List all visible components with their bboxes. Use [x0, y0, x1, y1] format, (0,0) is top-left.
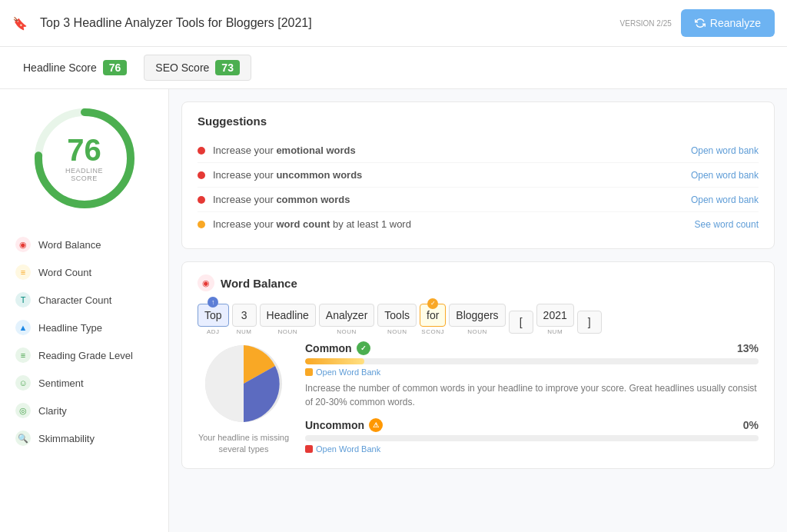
bookmark-icon: 🔖 — [12, 16, 28, 31]
token-type-2021: NUM — [547, 328, 563, 335]
uncommon-warning-icon: ⚠ — [369, 418, 383, 432]
sidebar-item-label: Headline Type — [38, 322, 102, 334]
sidebar-item-label: Clarity — [38, 405, 67, 417]
pie-svg — [201, 341, 286, 426]
suggestion-text-2: Increase your uncommon words — [213, 169, 362, 181]
sidebar-item-headline-type[interactable]: ▲ Headline Type — [8, 314, 161, 341]
token-type-for: SCONJ — [421, 328, 444, 335]
word-count-icon: ≡ — [15, 264, 31, 280]
sidebar-item-skimmability[interactable]: 🔍 Skimmability — [8, 424, 161, 452]
sidebar-item-label: Sentiment — [38, 377, 84, 389]
sentiment-icon: ☺ — [15, 375, 31, 391]
suggestion-dot-red — [198, 196, 205, 204]
headline-type-icon: ▲ — [15, 320, 31, 335]
word-balance-icon: ◉ — [15, 237, 31, 252]
tab-headline-score[interactable]: Headline Score 76 — [12, 55, 138, 80]
token-type-tools: NOUN — [387, 328, 407, 335]
headline-score-badge: 76 — [103, 60, 128, 75]
sidebar-item-word-count[interactable]: ≡ Word Count — [8, 258, 161, 286]
token-word-tools: Tools — [377, 304, 417, 327]
common-bar-bg — [305, 358, 759, 364]
common-link-square-icon — [305, 368, 313, 376]
stat-common: Common ✓ 13% Open Word Bank — [305, 341, 759, 409]
stat-uncommon: Uncommon ⚠ 0% Open Word Bank — [305, 418, 759, 454]
header-left: 🔖 Top 3 Headline Analyzer Tools for Blog… — [12, 16, 620, 31]
token-word-bracket-close: ] — [577, 311, 602, 334]
headline-text: Top 3 Headline Analyzer Tools for Blogge… — [40, 16, 620, 30]
score-number: 76 — [65, 135, 103, 165]
seo-score-badge: 73 — [215, 60, 240, 75]
skimmability-icon: 🔍 — [15, 431, 31, 446]
pie-note: Your headline is missing several types — [198, 432, 290, 456]
sidebar-item-label: Word Count — [38, 267, 91, 278]
suggestion-item-2: Increase your uncommon words Open word b… — [198, 163, 759, 188]
sidebar-item-label: Word Balance — [38, 239, 101, 251]
token-word-2021: 2021 — [536, 304, 574, 327]
token-3: 3 NUM — [232, 304, 257, 335]
token-word-bracket-open: [ — [509, 311, 533, 334]
token-tools: Tools NOUN — [377, 304, 417, 335]
token-type-bloggers: NOUN — [467, 328, 487, 335]
token-word-3: 3 — [232, 304, 257, 327]
suggestion-dot-red — [198, 171, 205, 179]
tabs-bar: Headline Score 76 SEO Score 73 — [0, 47, 787, 89]
token-2021: 2021 NUM — [536, 304, 574, 335]
uncommon-link-square-icon — [305, 445, 313, 453]
token-bracket-open: [ — [509, 311, 533, 335]
reanalyze-icon — [695, 18, 706, 28]
word-balance-card: ◉ Word Balance Top ADJ 3 NUM Headline — [181, 261, 775, 469]
token-word-bloggers: Bloggers — [449, 304, 505, 327]
common-link-label: Open Word Bank — [316, 367, 380, 377]
sidebar-item-label: Reading Grade Level — [38, 350, 133, 361]
tab-headline-label: Headline Score — [23, 62, 97, 74]
uncommon-pct: 0% — [743, 419, 759, 431]
headline-score-circle: 76 HEADLINESCORE — [31, 105, 138, 212]
token-bloggers: Bloggers NOUN — [449, 304, 505, 335]
word-balance-card-icon: ◉ — [198, 274, 214, 291]
header: 🔖 Top 3 Headline Analyzer Tools for Blog… — [0, 0, 787, 47]
sidebar-item-clarity[interactable]: ◎ Clarity — [8, 397, 161, 424]
common-pct: 13% — [737, 342, 759, 354]
sidebar: 76 HEADLINESCORE ◉ Word Balance ≡ Word C… — [0, 89, 169, 532]
reading-grade-icon: ≡ — [15, 347, 31, 363]
sidebar-item-word-balance[interactable]: ◉ Word Balance — [8, 231, 161, 258]
pie-chart — [201, 341, 286, 426]
wb-stats: Common ✓ 13% Open Word Bank — [305, 341, 759, 456]
uncommon-link-label: Open Word Bank — [316, 444, 380, 454]
suggestions-title: Suggestions — [198, 115, 759, 128]
suggestion-text-4: Increase your word count by at least 1 w… — [213, 218, 411, 230]
uncommon-open-word-bank-link[interactable]: Open Word Bank — [305, 444, 759, 454]
token-headline: Headline NOUN — [260, 304, 316, 335]
token-word-analyzer: Analyzer — [319, 304, 374, 327]
tokens-row: Top ADJ 3 NUM Headline NOUN Analyzer NOU… — [198, 304, 759, 335]
open-word-bank-link-2[interactable]: Open word bank — [691, 170, 759, 181]
version-text: VERSION 2/25 — [620, 18, 672, 28]
common-label: Common — [305, 342, 352, 354]
token-type-top: ADJ — [207, 328, 220, 335]
sidebar-item-label: Skimmability — [38, 433, 95, 444]
token-type-analyzer: NOUN — [337, 328, 357, 335]
reanalyze-button[interactable]: Reanalyze — [681, 9, 775, 37]
token-word-top: Top — [198, 304, 229, 327]
main-layout: 76 HEADLINESCORE ◉ Word Balance ≡ Word C… — [0, 89, 787, 532]
suggestion-dot-yellow — [198, 221, 205, 228]
suggestion-item-3: Increase your common words Open word ban… — [198, 188, 759, 212]
sidebar-item-reading-grade[interactable]: ≡ Reading Grade Level — [8, 341, 161, 369]
sidebar-item-label: Character Count — [38, 294, 111, 306]
token-type-3: NUM — [237, 328, 252, 335]
see-word-count-link[interactable]: See word count — [695, 219, 759, 230]
token-bracket-close: ] — [577, 311, 602, 335]
word-balance-header: ◉ Word Balance — [198, 274, 759, 291]
common-open-word-bank-link[interactable]: Open Word Bank — [305, 367, 759, 377]
suggestion-text-1: Increase your emotional words — [213, 145, 356, 156]
open-word-bank-link-1[interactable]: Open word bank — [691, 145, 759, 156]
tab-seo-score[interactable]: SEO Score 73 — [144, 55, 251, 81]
open-word-bank-link-3[interactable]: Open word bank — [691, 195, 759, 205]
word-balance-card-title: Word Balance — [221, 277, 297, 290]
suggestion-item-4: Increase your word count by at least 1 w… — [198, 212, 759, 236]
common-desc: Increase the number of common words in y… — [305, 381, 759, 409]
sidebar-item-sentiment[interactable]: ☺ Sentiment — [8, 369, 161, 397]
score-label: HEADLINESCORE — [65, 167, 103, 182]
token-top: Top ADJ — [198, 304, 229, 335]
sidebar-item-character-count[interactable]: T Character Count — [8, 286, 161, 314]
